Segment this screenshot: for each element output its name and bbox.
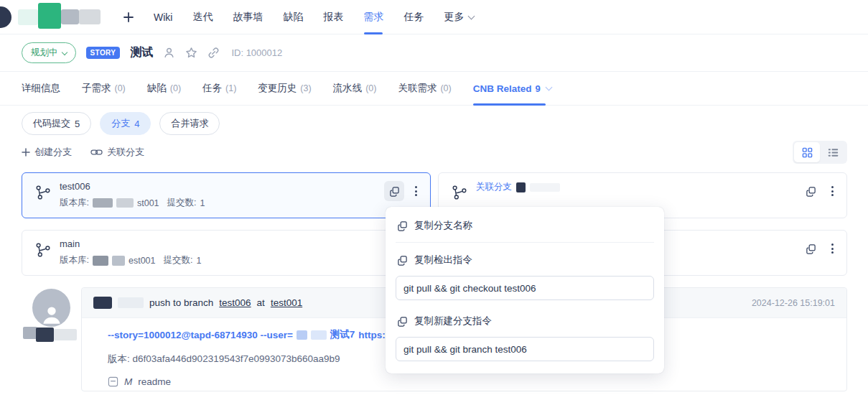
branch-name[interactable]: main [60,238,201,249]
menu-item-copy-branch-name[interactable]: 复制分支名称 [396,218,654,233]
project-name-redaction [61,9,79,24]
filter-merge-requests[interactable]: 合并请求 [159,112,220,135]
branch-card-main[interactable]: main 版本库: est001 提交数: 1 [22,230,431,276]
link-branch-label: 关联分支 [107,146,144,159]
redaction [516,182,526,192]
chain-link-icon [90,148,103,157]
branch-name[interactable]: test006 [60,181,205,192]
tab-sub-stories[interactable]: 子需求(0) [82,72,126,105]
tab-linked-stories[interactable]: 关联需求(0) [398,72,451,105]
branch-card-test006[interactable]: test006 版本库: st001 提交数: 1 [22,172,431,218]
copy-branch-menu: 复制分支名称 复制检出指令 复制新建分支指令 [386,207,664,373]
git-branch-icon [452,185,467,200]
kebab-menu-icon [415,186,417,196]
repo-label: 版本库: [60,197,89,209]
copy-icon [389,186,400,197]
copy-link-button[interactable] [207,47,220,59]
commit-branch-link[interactable]: test006 [219,297,251,308]
menu-item-copy-new-branch-command[interactable]: 复制新建分支指令 [396,314,654,328]
tab-label: 关联需求 [398,82,437,95]
nav-item-tasks[interactable]: 任务 [403,0,424,34]
create-branch-button[interactable]: 创建分支 [22,146,72,159]
copy-branch-button[interactable] [384,181,404,201]
redaction [93,256,108,266]
redaction [54,329,77,340]
story-id: ID: 1000012 [231,47,282,58]
add-button[interactable] [123,0,134,34]
tab-pipeline[interactable]: 流水线(0) [333,72,377,105]
copy-icon [806,186,816,197]
status-dropdown[interactable]: 规划中 [22,42,76,63]
list-view-button[interactable] [820,142,846,162]
linked-branch-label[interactable]: 关联分支 [476,181,560,193]
nav-item-wiki[interactable]: Wiki [154,0,172,34]
chevron-down-icon [545,84,552,91]
tab-label: 缺陷 [147,82,167,95]
chip-label: 分支 [111,117,130,130]
app-logo-redaction [0,6,11,28]
redaction [93,297,112,309]
file-name: readme [138,376,171,387]
commit-message-user: 测试7 [330,328,355,341]
cnb-filter-row: 代码提交5 分支4 合并请求 [22,112,220,135]
chip-label: 代码提交 [33,117,70,130]
file-icon [108,376,118,387]
new-branch-command-input[interactable] [396,337,654,361]
commit-file-line: M readme [108,376,835,387]
tab-cnb-related[interactable]: CNB Related 9 [473,72,551,105]
tab-count: 9 [535,83,540,94]
chip-count: 5 [75,119,80,129]
kebab-menu-icon [831,243,834,254]
view-toggle [793,141,847,164]
filter-branches[interactable]: 分支4 [100,112,151,135]
status-label: 规划中 [31,47,58,59]
nav-item-iterations[interactable]: 迭代 [192,0,213,34]
filter-code-commits[interactable]: 代码提交5 [22,112,91,135]
nav-item-stories[interactable]: 需求 [363,0,383,34]
tab-count: (1) [225,83,236,93]
nav-item-reports[interactable]: 报表 [323,0,343,34]
link-branch-button[interactable]: 关联分支 [90,146,144,159]
commit-repo-link[interactable]: test001 [271,297,302,308]
nav-item-more[interactable]: 更多 [444,0,474,34]
checkout-command-input[interactable] [396,276,654,300]
tab-change-history[interactable]: 变更历史(3) [258,72,311,105]
nav-item-bugs[interactable]: 缺陷 [283,0,303,34]
tab-label: 流水线 [333,82,363,95]
nav-item-storywall[interactable]: 故事墙 [233,0,263,34]
project-logo-redaction [38,3,61,29]
redaction [311,330,327,340]
tab-count: (0) [365,83,376,93]
link-icon [207,47,220,59]
menu-item-copy-checkout-command[interactable]: 复制检出指令 [396,253,654,267]
more-actions-button[interactable] [410,181,421,201]
tab-details[interactable]: 详细信息 [22,72,60,105]
branch-meta: 版本库: st001 提交数: 1 [60,197,205,209]
tab-label: CNB Related [473,83,532,94]
commits-label: 提交数: [167,197,197,209]
more-actions-button[interactable] [826,181,838,201]
plus-icon [22,148,30,157]
redaction [116,198,134,208]
copy-branch-button[interactable] [801,181,821,201]
copy-icon [806,243,816,254]
redaction [297,330,307,340]
copy-branch-button[interactable] [801,238,821,259]
copy-icon [397,255,408,266]
chip-count: 4 [134,119,139,129]
grid-view-button[interactable] [794,142,820,162]
favorite-button[interactable] [185,47,197,59]
nav-item-label: 需求 [363,11,383,24]
tab-bugs[interactable]: 缺陷(0) [147,72,181,105]
tab-tasks[interactable]: 任务(1) [202,72,236,105]
more-actions-button[interactable] [826,238,838,259]
list-view-icon [828,147,839,158]
chip-label: 合并请求 [171,117,208,130]
branch-toolbar: 创建分支 关联分支 [22,141,847,164]
menu-item-label: 复制检出指令 [414,254,472,266]
redaction [530,183,560,192]
assignee-button[interactable] [163,47,175,59]
tab-label: 变更历史 [258,82,297,95]
story-title: 测试 [130,45,153,60]
person-icon [39,302,64,327]
